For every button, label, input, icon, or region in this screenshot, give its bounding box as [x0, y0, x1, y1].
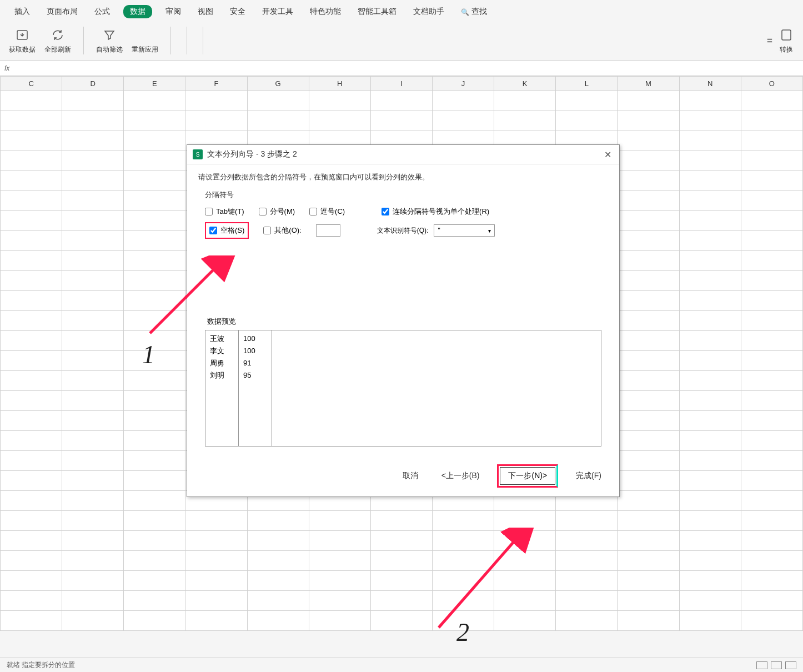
menu-item-features[interactable]: 特色功能 [307, 4, 344, 19]
convert-icon [779, 27, 794, 43]
text-qualifier-label: 文本识别符号(Q): [377, 226, 429, 235]
delimiter-semicolon-label: 分号(M) [270, 207, 295, 217]
delimiter-other-input[interactable] [316, 224, 340, 237]
toolbar-separator-2 [170, 27, 171, 54]
col-header[interactable]: N [679, 77, 741, 91]
dialog-instruction: 请设置分列数据所包含的分隔符号，在预览窗口内可以看到分列的效果。 [198, 172, 608, 182]
dialog-app-icon: S [193, 149, 203, 159]
back-button[interactable]: <上一步(B) [436, 468, 485, 484]
text-qualifier-select[interactable]: " ▾ [434, 224, 495, 237]
preview-col-2: 100 100 91 95 [239, 330, 272, 446]
menu-item-formula[interactable]: 公式 [91, 4, 113, 19]
delimiter-other[interactable]: 其他(O): [263, 225, 301, 235]
col-header[interactable]: C [1, 77, 62, 91]
delimiter-tab-checkbox[interactable] [205, 208, 213, 215]
menu-bar: 插入 页面布局 公式 数据 审阅 视图 安全 开发工具 特色功能 智能工具箱 文… [0, 0, 803, 23]
preview-label: 数据预览 [207, 317, 608, 327]
col-header[interactable]: H [309, 77, 370, 91]
dialog-close-button[interactable]: ✕ [601, 148, 614, 161]
import-icon [14, 27, 30, 43]
text-to-columns-dialog: S 文本分列向导 - 3 步骤之 2 ✕ 请设置分列数据所包含的分隔符号，在预览… [187, 144, 620, 497]
status-text: 就绪 指定要拆分的位置 [7, 660, 75, 670]
delimiter-other-checkbox[interactable] [263, 227, 271, 234]
menu-search[interactable]: 查找 [458, 4, 490, 19]
delimiter-comma-label: 逗号(C) [320, 207, 345, 217]
menu-item-security[interactable]: 安全 [227, 4, 249, 19]
toolbar-separator-1 [83, 27, 84, 54]
consecutive-checkbox[interactable] [382, 208, 389, 215]
tool-refresh-label: 全部刷新 [44, 45, 71, 54]
svg-rect-1 [782, 30, 791, 40]
preview-cell: 100 [243, 345, 267, 357]
col-header[interactable]: O [741, 77, 802, 91]
tool-autofilter-label: 自动筛选 [96, 45, 123, 54]
col-header[interactable]: D [62, 77, 124, 91]
delimiter-semicolon[interactable]: 分号(M) [259, 207, 295, 217]
preview-cell: 100 [243, 333, 267, 345]
menu-item-smart[interactable]: 智能工具箱 [354, 4, 400, 19]
next-button-highlight: 下一步(N)> [497, 464, 558, 488]
tool-convert[interactable]: 转换 [779, 27, 794, 54]
consecutive-label: 连续分隔符号视为单个处理(R) [393, 207, 489, 217]
view-page-icon[interactable] [771, 661, 782, 669]
col-header[interactable]: L [556, 77, 618, 91]
col-header[interactable]: E [124, 77, 185, 91]
annotation-number-1: 1 [142, 340, 155, 369]
col-header[interactable]: K [494, 77, 556, 91]
fx-label[interactable]: fx [4, 64, 9, 72]
cancel-button[interactable]: 取消 [397, 468, 424, 484]
tool-reapply-label: 重新应用 [132, 45, 158, 54]
menu-item-layout[interactable]: 页面布局 [43, 4, 81, 19]
delimiter-space-label: 空格(S) [220, 225, 244, 235]
menu-item-review[interactable]: 审阅 [162, 4, 184, 19]
dialog-title: 文本分列向导 - 3 步骤之 2 [207, 149, 601, 159]
dialog-buttons: 取消 <上一步(B) 下一步(N)> 完成(F) [187, 457, 619, 497]
dialog-titlebar[interactable]: S 文本分列向导 - 3 步骤之 2 ✕ [187, 145, 619, 164]
toolbar-separator-4 [203, 27, 203, 54]
refresh-icon [50, 27, 66, 43]
menu-item-data[interactable]: 数据 [123, 5, 152, 18]
view-normal-icon[interactable] [756, 661, 767, 669]
col-header[interactable]: G [247, 77, 309, 91]
preview-cell: 刘明 [210, 369, 234, 382]
tool-import-label: 获取数据 [9, 45, 36, 54]
next-button[interactable]: 下一步(N)> [500, 467, 555, 485]
delimiter-space-checkbox[interactable] [209, 227, 217, 234]
delimiters-label: 分隔符号 [205, 190, 608, 200]
formula-bar: fx [0, 61, 803, 76]
finish-button[interactable]: 完成(F) [570, 468, 607, 484]
col-header[interactable]: M [618, 77, 679, 91]
toolbar-collapse-icon[interactable]: 〓 [766, 36, 773, 46]
annotation-number-2: 2 [456, 618, 469, 647]
toolbar-separator-3 [187, 27, 187, 54]
text-qualifier-value: " [438, 227, 440, 234]
col-header[interactable]: F [185, 77, 247, 91]
tool-refresh-all[interactable]: 全部刷新 [44, 27, 71, 54]
formula-input[interactable] [14, 63, 799, 74]
delimiter-other-label: 其他(O): [274, 225, 301, 235]
tool-autofilter[interactable]: 自动筛选 [96, 27, 123, 54]
tool-reapply[interactable]: 重新应用 [132, 45, 158, 54]
delimiter-tab[interactable]: Tab键(T) [205, 207, 244, 217]
view-break-icon[interactable] [785, 661, 796, 669]
menu-search-label: 查找 [471, 7, 487, 17]
delimiter-semicolon-checkbox[interactable] [259, 208, 267, 215]
consecutive-as-one[interactable]: 连续分隔符号视为单个处理(R) [382, 207, 489, 217]
preview-cell: 95 [243, 369, 267, 382]
delimiter-space[interactable]: 空格(S) [209, 225, 244, 235]
delimiter-comma-checkbox[interactable] [309, 208, 317, 215]
col-header[interactable]: I [370, 77, 432, 91]
view-controls[interactable] [756, 661, 796, 669]
tool-import-data[interactable]: 获取数据 [9, 27, 36, 54]
status-bar: 就绪 指定要拆分的位置 [0, 658, 803, 672]
delimiter-comma[interactable]: 逗号(C) [309, 207, 345, 217]
menu-item-dev[interactable]: 开发工具 [259, 4, 297, 19]
col-header[interactable]: J [432, 77, 494, 91]
tool-convert-label: 转换 [780, 45, 793, 54]
menu-item-dochelper[interactable]: 文档助手 [410, 4, 448, 19]
preview-cell: 李文 [210, 345, 234, 357]
preview-cell: 周勇 [210, 357, 234, 369]
menu-item-insert[interactable]: 插入 [11, 4, 33, 19]
menu-item-view[interactable]: 视图 [194, 4, 217, 19]
delimiter-space-highlight: 空格(S) [205, 222, 249, 239]
